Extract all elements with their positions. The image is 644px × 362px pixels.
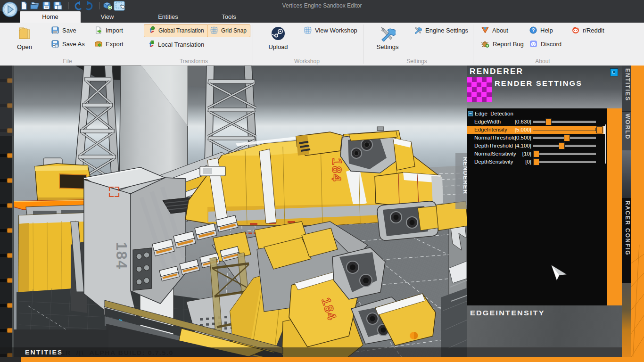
svg-text:?: ? (532, 27, 535, 33)
svg-text:184: 184 (329, 158, 344, 182)
svg-text:184: 184 (113, 242, 130, 270)
svg-text:RENDERER: RENDERER (462, 157, 467, 194)
